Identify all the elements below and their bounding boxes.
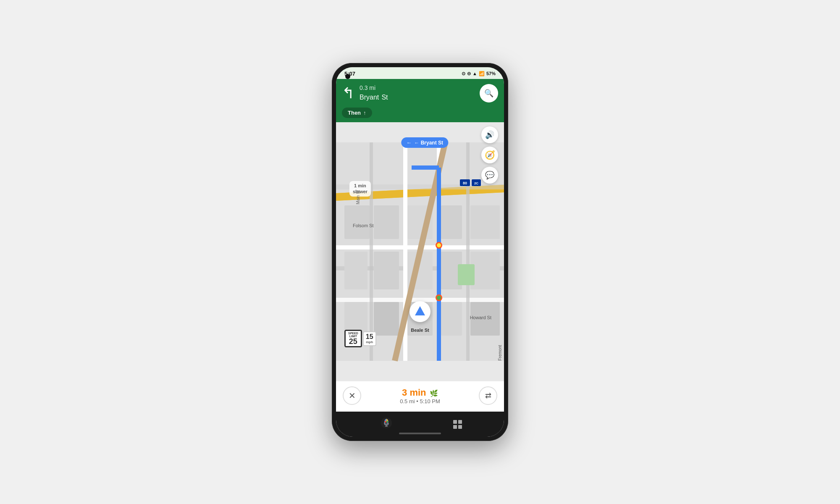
speed-limit-value: 25 — [348, 338, 358, 345]
status-icons: ⊙ ⊝ ▲ 📶 57% — [462, 71, 496, 76]
svg-rect-10 — [466, 142, 470, 361]
then-arrow-icon: ↑ — [363, 110, 366, 116]
then-label: Then — [348, 110, 361, 116]
grid-dot — [453, 420, 457, 424]
sound-icon: 🔊 — [485, 130, 494, 139]
svg-rect-23 — [374, 302, 399, 336]
current-speed: 15 mph — [363, 331, 376, 346]
compass-button[interactable]: 🧭 — [481, 147, 498, 163]
bryant-street-label: ← ← Bryant St — [401, 137, 448, 148]
routes-button[interactable]: ⇄ — [479, 386, 497, 405]
status-bar: 5:07 ⊙ ⊝ ▲ 📶 57% — [336, 67, 504, 79]
grid-dot — [453, 425, 457, 429]
grid-dot — [458, 420, 462, 424]
nav-header: ↰ 0.3 mi Bryant St 🔍 — [336, 79, 504, 108]
search-button[interactable]: 🔍 — [480, 84, 498, 102]
svg-rect-46 — [385, 421, 386, 423]
signal-icon: ⊝ — [467, 71, 471, 76]
report-icon: 💬 — [485, 171, 494, 180]
search-icon: 🔍 — [484, 89, 494, 98]
svg-rect-16 — [470, 205, 500, 239]
main-street-label: Main St — [356, 190, 360, 205]
svg-rect-25 — [441, 302, 462, 336]
location-indicator — [410, 301, 430, 322]
nav-distance: 0.3 mi — [360, 84, 388, 91]
svg-point-32 — [437, 243, 441, 247]
microphone-icon: G — [381, 417, 392, 432]
svg-point-34 — [437, 296, 441, 300]
map-controls: 🔊 🧭 💬 — [481, 126, 498, 184]
svg-rect-21 — [470, 252, 500, 289]
camera-hole — [345, 74, 350, 79]
sound-button[interactable]: 🔊 — [481, 126, 498, 143]
routes-icon: ⇄ — [485, 391, 491, 400]
svg-rect-13 — [374, 205, 399, 239]
map-area[interactable]: 80 2C ← ← Bryant St 1 minslower 🔊 🧭 — [336, 122, 504, 381]
eta-row: ✕ 3 min 🌿 0.5 mi • 5:10 PM ⇄ — [343, 386, 497, 405]
phone-screen: 5:07 ⊙ ⊝ ▲ 📶 57% ↰ 0.3 mi Bryant St — [336, 67, 504, 437]
turn-arrow-icon: ↰ — [342, 86, 354, 101]
compass-icon: 🧭 — [485, 150, 495, 160]
grid-dot — [458, 425, 462, 429]
svg-rect-48 — [386, 421, 388, 423]
cancel-button[interactable]: ✕ — [343, 386, 361, 405]
home-indicator[interactable] — [399, 433, 441, 434]
eta-leaf-icon: 🌿 — [430, 390, 438, 397]
apps-button[interactable] — [453, 420, 462, 429]
svg-rect-17 — [344, 252, 368, 289]
svg-rect-28 — [458, 264, 475, 285]
nav-instruction: ↰ 0.3 mi Bryant St — [342, 84, 388, 102]
speed-limit-sign: SPEEDLIMIT 25 — [344, 330, 362, 347]
wifi-icon: ▲ — [472, 71, 477, 76]
eta-info: 3 min 🌿 0.5 mi • 5:10 PM — [400, 387, 440, 404]
cancel-icon: ✕ — [349, 391, 356, 401]
phone-device: 5:07 ⊙ ⊝ ▲ 📶 57% ↰ 0.3 mi Bryant St — [332, 63, 508, 441]
bottom-bar: ✕ 3 min 🌿 0.5 mi • 5:10 PM ⇄ — [336, 381, 504, 412]
beale-street-label: Beale St — [411, 328, 429, 333]
fremont-street-label: Fremont — [498, 345, 502, 361]
then-bar: Then ↑ — [336, 108, 504, 122]
report-button[interactable]: 💬 — [481, 167, 498, 184]
nav-street: Bryant St — [360, 91, 388, 102]
bryant-arrow-icon: ← — [406, 139, 412, 146]
eta-time-row: 3 min 🌿 — [400, 387, 440, 398]
svg-text:2C: 2C — [474, 181, 478, 185]
svg-rect-11 — [370, 142, 373, 361]
svg-text:80: 80 — [463, 181, 467, 185]
svg-rect-15 — [441, 205, 462, 239]
svg-rect-18 — [374, 252, 399, 289]
current-speed-value: 15 — [366, 333, 373, 340]
speed-limit-area: SPEEDLIMIT 25 15 mph — [344, 330, 376, 347]
direction-arrow — [415, 306, 425, 315]
then-pill: Then ↑ — [342, 108, 372, 118]
mic-button[interactable]: G — [378, 416, 395, 433]
nav-text: 0.3 mi Bryant St — [360, 84, 388, 102]
speed-limit-label: SPEEDLIMIT — [348, 332, 358, 338]
eta-time: 3 min — [402, 387, 426, 398]
howard-street-label: Howard St — [470, 315, 491, 320]
svg-rect-12 — [344, 205, 370, 239]
battery-icon: 57% — [486, 71, 496, 76]
speed-unit: mph — [366, 340, 373, 344]
folsom-street-label: Folsom St — [353, 223, 374, 228]
eta-details: 0.5 mi • 5:10 PM — [400, 398, 440, 404]
location-icon: ⊙ — [462, 71, 465, 76]
network-icon: 📶 — [479, 71, 485, 76]
